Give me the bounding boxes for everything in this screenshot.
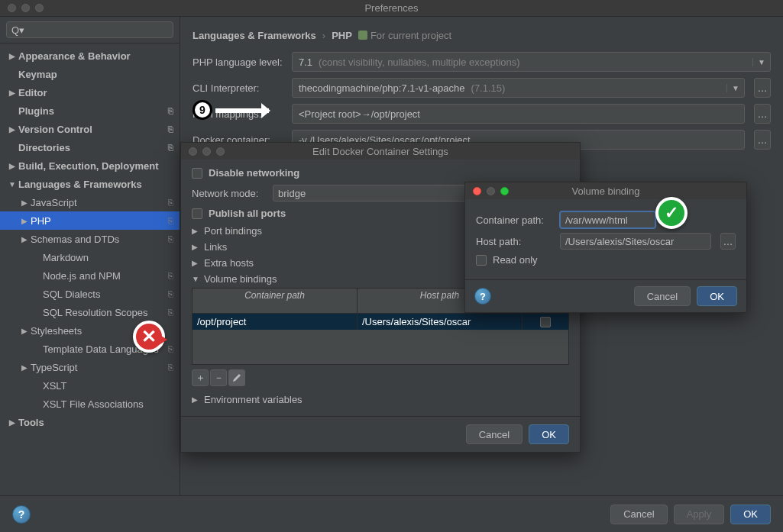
chevron-right-icon: › [322, 30, 325, 41]
container-path-label: Container path: [476, 214, 552, 226]
sidebar-item-label: Node.js and NPM [43, 270, 121, 282]
project-config-icon: ⎘ [168, 143, 173, 152]
ok-button[interactable]: OK [730, 505, 771, 524]
container-path-input[interactable] [560, 211, 655, 228]
sidebar-item-editor[interactable]: ▶Editor [0, 83, 180, 102]
sidebar-item-build-execution-deployment[interactable]: ▶Build, Execution, Deployment [0, 156, 180, 175]
popup-ok-button[interactable]: OK [697, 286, 737, 306]
sidebar-item-label: XSLT File Associations [43, 398, 144, 410]
chevron-icon: ▶ [18, 363, 31, 372]
host-path-browse-button[interactable]: … [720, 233, 736, 250]
path-browse-button[interactable]: … [754, 104, 771, 124]
cli-browse-button[interactable]: … [754, 78, 771, 98]
step-badge: 9 [193, 100, 212, 120]
project-icon [358, 31, 367, 40]
php-lang-select[interactable]: 7.1 (const visibility, nullables, multip… [292, 52, 771, 72]
sidebar-item-plugins[interactable]: Plugins⎘ [0, 102, 180, 120]
project-scope: For current project [358, 30, 451, 41]
add-button[interactable]: ＋ [192, 369, 209, 386]
sidebar-item-label: Directories [18, 142, 70, 153]
sidebar-item-label: Stylesheets [31, 325, 82, 337]
project-config-icon: ⎘ [168, 216, 173, 225]
chevron-icon: ▶ [6, 418, 18, 427]
error-badge: ✕ [133, 321, 165, 353]
sidebar-item-label: Languages & Frameworks [18, 179, 142, 190]
apply-button[interactable]: Apply [674, 505, 725, 524]
sidebar-item-appearance-behavior[interactable]: ▶Appearance & Behavior [0, 47, 180, 65]
php-lang-label: PHP language level: [193, 56, 284, 68]
sidebar-item-version-control[interactable]: ▶Version Control⎘ [0, 120, 180, 138]
sidebar-item-label: Version Control [18, 124, 92, 135]
check-badge: ✓ [655, 197, 688, 229]
help-button[interactable]: ? [12, 505, 31, 524]
sidebar-item-label: Build, Execution, Deployment [18, 160, 158, 172]
sidebar-item-label: Plugins [18, 105, 54, 117]
popup-help-button[interactable]: ? [474, 288, 491, 305]
sidebar-item-keymap[interactable]: Keymap [0, 65, 180, 83]
sidebar-item-node-js-and-npm[interactable]: Node.js and NPM⎘ [0, 266, 180, 285]
project-config-icon: ⎘ [168, 106, 173, 115]
host-path-input[interactable] [560, 233, 711, 250]
sidebar-item-markdown[interactable]: Markdown [0, 248, 180, 266]
sidebar-item-xslt[interactable]: XSLT [0, 376, 180, 395]
preferences-sidebar: ▶Appearance & BehaviorKeymap▶EditorPlugi… [0, 17, 180, 495]
sidebar-item-languages-frameworks[interactable]: ▼Languages & Frameworks [0, 175, 180, 193]
dlg-ok-button[interactable]: OK [529, 424, 569, 444]
project-config-icon: ⎘ [168, 198, 173, 207]
publish-all-ports-checkbox[interactable] [192, 208, 202, 219]
publish-all-ports-label: Publish all ports [209, 208, 286, 219]
sidebar-item-label: SQL Dialects [43, 289, 100, 300]
sidebar-item-label: SQL Resolution Scopes [43, 307, 148, 318]
search-input[interactable] [6, 21, 173, 38]
sidebar-item-label: Schemas and DTDs [31, 234, 119, 245]
sidebar-item-tools[interactable]: ▶Tools [0, 413, 180, 431]
breadcrumb-l1: Languages & Frameworks [193, 30, 316, 41]
path-mappings-field[interactable]: <Project root>→/opt/project [292, 104, 745, 124]
chevron-down-icon: ▼ [726, 84, 739, 92]
chevron-icon: ▶ [6, 125, 18, 134]
sidebar-item-schemas-and-dtds[interactable]: ▶Schemas and DTDs⎘ [0, 230, 180, 248]
sidebar-item-typescript[interactable]: ▶TypeScript⎘ [0, 358, 180, 376]
breadcrumb: Languages & Frameworks › PHP For current… [193, 24, 771, 46]
chevron-icon: ▶ [6, 162, 18, 170]
sidebar-item-label: Tools [18, 417, 44, 428]
popup-cancel-button[interactable]: Cancel [634, 286, 691, 306]
row-readonly-checkbox[interactable] [540, 317, 551, 327]
window-titlebar: Preferences [0, 0, 783, 17]
sidebar-item-javascript[interactable]: ▶JavaScript⎘ [0, 193, 180, 211]
cli-label: CLI Interpreter: [193, 82, 284, 94]
readonly-checkbox[interactable] [476, 255, 487, 266]
disable-networking-label: Disable networking [209, 167, 299, 179]
preferences-footer: ? Cancel Apply OK [0, 495, 783, 532]
sidebar-item-sql-resolution-scopes[interactable]: SQL Resolution Scopes⎘ [0, 303, 180, 321]
chevron-icon: ▼ [6, 180, 18, 189]
chevron-icon: ▶ [18, 327, 31, 335]
window-title: Preferences [0, 2, 783, 14]
sidebar-item-label: JavaScript [31, 197, 77, 208]
env-vars-header[interactable]: ▶Environment variables [192, 394, 569, 405]
sidebar-item-label: Appearance & Behavior [18, 50, 131, 62]
sidebar-item-php[interactable]: ▶PHP⎘ [0, 211, 180, 230]
edit-button[interactable] [228, 369, 245, 386]
table-row[interactable]: /opt/project /Users/alexis/Sites/oscar [193, 314, 568, 330]
project-config-icon: ⎘ [168, 308, 173, 317]
cancel-button[interactable]: Cancel [610, 505, 667, 524]
chevron-icon: ▶ [18, 198, 31, 207]
sidebar-item-directories[interactable]: Directories⎘ [0, 138, 180, 156]
sidebar-item-label: TypeScript [31, 362, 77, 373]
dialog-title: Edit Docker Container Settings [181, 146, 580, 157]
host-path-label: Host path: [476, 236, 552, 247]
sidebar-item-xslt-file-associations[interactable]: XSLT File Associations [0, 395, 180, 413]
docker-browse-button[interactable]: … [754, 130, 771, 150]
project-config-icon: ⎘ [168, 271, 173, 280]
chevron-icon: ▶ [6, 89, 18, 97]
dlg-cancel-button[interactable]: Cancel [466, 424, 523, 444]
disable-networking-checkbox[interactable] [192, 168, 202, 179]
chevron-down-icon: ▼ [752, 58, 765, 66]
remove-button[interactable]: － [210, 369, 227, 386]
preferences-tree[interactable]: ▶Appearance & BehaviorKeymap▶EditorPlugi… [0, 44, 180, 495]
volume-binding-popup: Volume binding Container path: Host path… [464, 182, 747, 313]
sidebar-item-sql-dialects[interactable]: SQL Dialects⎘ [0, 285, 180, 303]
pencil-icon [232, 373, 241, 382]
cli-interpreter-select[interactable]: thecodingmachine/php:7.1-v1-apache (7.1.… [292, 78, 745, 98]
